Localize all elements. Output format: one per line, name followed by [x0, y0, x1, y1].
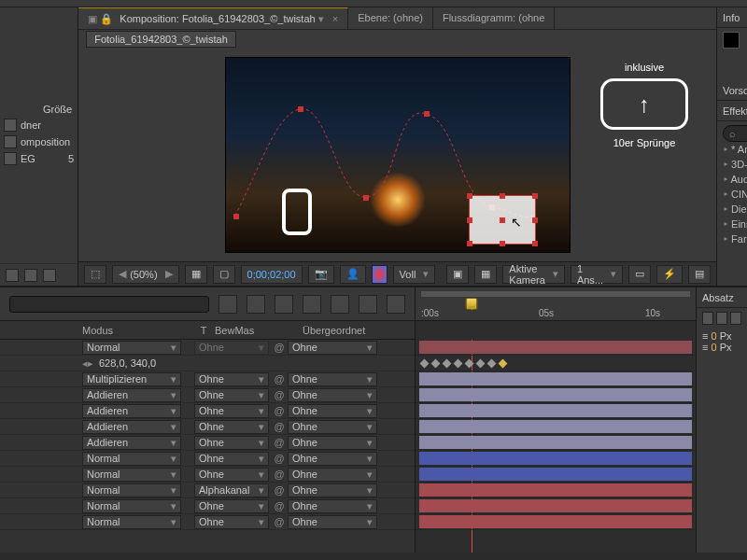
effects-search-input[interactable] — [723, 125, 747, 142]
track-matte-dropdown[interactable]: Ohne — [194, 420, 269, 434]
channel-icon[interactable] — [372, 265, 388, 284]
effects-category[interactable]: 3D-Kana — [723, 157, 747, 172]
roi-icon[interactable]: ▣ — [446, 265, 469, 284]
panel-title-paragraph[interactable]: Absatz — [702, 287, 734, 307]
layer-duration-bar[interactable] — [419, 341, 692, 354]
tab-composition[interactable]: ▣ 🔒 Komposition: Fotolia_61942803_©_twis… — [78, 7, 348, 29]
parent-pickwhip-icon[interactable]: @ — [273, 453, 286, 464]
effects-category[interactable]: CINEMA — [723, 187, 747, 202]
timeline-layer-row[interactable]: NormalOhne@Ohne — [0, 498, 415, 514]
parent-dropdown[interactable]: Ohne — [288, 436, 377, 450]
tab-flowchart[interactable]: Flussdiagramm: (ohne — [433, 7, 555, 29]
blend-mode-dropdown[interactable]: Multiplizieren — [82, 372, 181, 386]
viewer[interactable]: ↖ inklusive 10er Sprünge — [78, 49, 716, 261]
zoom-dropdown[interactable]: (50%) — [112, 265, 178, 284]
safe-zones-icon[interactable]: ▦ — [185, 265, 207, 284]
keyframe-row[interactable] — [416, 356, 696, 371]
track-matte-dropdown[interactable]: Ohne — [194, 372, 269, 386]
blend-mode-dropdown[interactable]: Addieren — [82, 404, 181, 418]
align-left-icon[interactable] — [702, 312, 713, 325]
timeline-layer-row[interactable]: NormalOhne@Ohne — [0, 451, 415, 467]
resize-handle[interactable] — [532, 217, 538, 223]
project-footer-icon-3[interactable] — [43, 269, 56, 282]
layer-duration-bar[interactable] — [419, 436, 692, 449]
resize-handle[interactable] — [500, 193, 505, 199]
parent-pickwhip-icon[interactable]: @ — [273, 389, 286, 400]
frame-blend-icon[interactable] — [247, 295, 265, 314]
motion-blur-icon[interactable] — [275, 295, 293, 314]
project-item[interactable]: omposition — [0, 133, 78, 150]
timeline-layer-row[interactable]: AddierenOhne@Ohne — [0, 419, 415, 435]
parent-dropdown[interactable]: Ohne — [288, 515, 377, 529]
blend-mode-dropdown[interactable]: Addieren — [82, 420, 181, 434]
timecode-display[interactable]: 0;00;02;00 — [241, 265, 303, 284]
snapshot-icon[interactable]: 📷 — [308, 265, 334, 284]
keyframe-diamond[interactable] — [431, 359, 441, 369]
indent-right-value[interactable]: 0 — [711, 342, 716, 353]
motion-path-vertex[interactable] — [424, 111, 430, 117]
track-row[interactable] — [416, 514, 696, 530]
blend-mode-dropdown[interactable]: Normal — [82, 452, 181, 466]
track-row[interactable] — [416, 403, 696, 419]
lock-icon[interactable]: 🔒 — [100, 13, 113, 24]
effects-category[interactable]: Audio — [723, 172, 747, 187]
property-value[interactable]: 628,0, 340,0 — [99, 357, 156, 369]
tab-layer[interactable]: Ebene: (ohne) — [348, 7, 433, 29]
anchor-point-handle[interactable] — [500, 217, 505, 223]
keyframe-nav[interactable]: ◂▸ — [82, 357, 93, 370]
project-footer-icon-2[interactable] — [24, 269, 37, 282]
blend-mode-dropdown[interactable]: Normal — [82, 515, 181, 529]
layer-duration-bar[interactable] — [419, 420, 692, 433]
camera-dropdown[interactable]: Aktive Kamera — [502, 265, 565, 284]
track-matte-dropdown[interactable]: Ohne — [194, 341, 269, 355]
panel-title-preview[interactable]: Vorschau — [723, 80, 747, 100]
keyframe-diamond[interactable] — [420, 359, 430, 369]
brainstorm-icon[interactable] — [303, 295, 321, 314]
parent-dropdown[interactable]: Ohne — [288, 483, 377, 497]
parent-pickwhip-icon[interactable]: @ — [273, 469, 286, 480]
blend-mode-dropdown[interactable]: Addieren — [82, 388, 181, 402]
graph-editor-icon[interactable] — [331, 295, 349, 314]
effects-category[interactable]: * Anima — [723, 142, 747, 157]
motion-path-vertex[interactable] — [233, 214, 239, 219]
parent-pickwhip-icon[interactable]: @ — [273, 500, 286, 511]
panel-title-info[interactable]: Info — [723, 7, 740, 27]
timeline-layer-row[interactable]: NormalAlphakanal@Ohne — [0, 483, 415, 498]
resize-handle[interactable] — [467, 217, 472, 223]
timeline-icon[interactable]: ▤ — [688, 265, 711, 284]
track-matte-dropdown[interactable]: Ohne — [194, 388, 269, 402]
views-dropdown[interactable]: 1 Ans... — [571, 265, 623, 284]
track-matte-dropdown[interactable]: Alphakanal — [194, 483, 269, 497]
parent-pickwhip-icon[interactable]: @ — [273, 373, 286, 385]
motion-path-vertex[interactable] — [298, 106, 303, 112]
comp-breadcrumb-chip[interactable]: Fotolia_61942803_©_twistah — [86, 31, 236, 48]
timeline-layer-row[interactable]: NormalOhne@Ohne — [0, 514, 415, 530]
mask-toggle-icon[interactable]: ▢ — [213, 265, 235, 284]
blend-mode-dropdown[interactable]: Normal — [82, 341, 181, 355]
time-ruler[interactable]: :00s 05s 10s — [416, 287, 696, 321]
project-footer-icon-1[interactable] — [6, 269, 19, 282]
parent-dropdown[interactable]: Ohne — [288, 341, 377, 355]
project-item[interactable]: EG5 — [0, 150, 78, 167]
blend-mode-dropdown[interactable]: Normal — [82, 468, 181, 482]
magnify-icon[interactable]: ⬚ — [84, 265, 106, 284]
grid-icon[interactable]: ▦ — [474, 265, 497, 284]
layer-duration-bar[interactable] — [419, 388, 692, 401]
keyframe-diamond[interactable] — [454, 359, 463, 369]
track-row[interactable] — [416, 340, 696, 356]
keyframe-diamond[interactable] — [499, 359, 508, 369]
align-right-icon[interactable] — [730, 312, 741, 325]
layer-duration-bar[interactable] — [419, 372, 692, 385]
panel-title-effects[interactable]: Effekte u — [723, 101, 747, 120]
track-row[interactable] — [416, 419, 696, 435]
draft-3d-icon[interactable] — [359, 295, 377, 314]
parent-pickwhip-icon[interactable]: @ — [273, 342, 286, 353]
layer-duration-bar[interactable] — [419, 515, 692, 528]
timeline-layer-row[interactable]: MultiplizierenOhne@Ohne — [0, 371, 415, 387]
layer-duration-bar[interactable] — [419, 404, 692, 417]
timeline-layer-row[interactable]: NormalOhne@Ohne — [0, 340, 415, 356]
parent-pickwhip-icon[interactable]: @ — [273, 421, 286, 432]
timeline-tracks[interactable]: :00s 05s 10s — [415, 287, 696, 553]
parent-pickwhip-icon[interactable]: @ — [273, 516, 286, 527]
col-trkmat[interactable]: BewMas — [211, 325, 299, 336]
